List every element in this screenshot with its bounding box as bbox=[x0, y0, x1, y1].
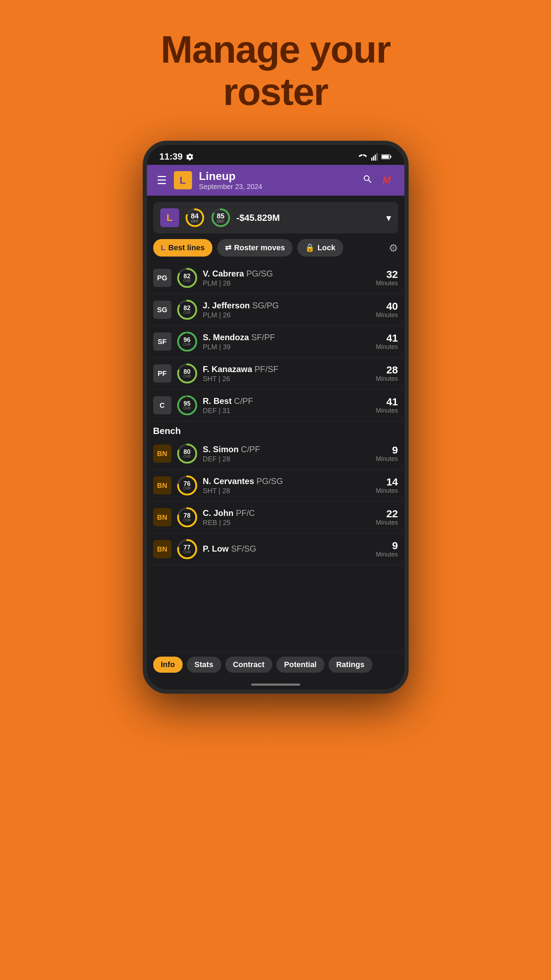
player-minutes: 22Minutes bbox=[376, 509, 398, 527]
ovr-circle: 78OVR bbox=[176, 506, 198, 528]
player-name: C. John PF/C bbox=[203, 508, 371, 518]
player-row[interactable]: SG 82OVRJ. Jefferson SG/PG PLM | 2640Min… bbox=[147, 294, 405, 326]
player-name: V. Cabrera PG/SG bbox=[203, 269, 371, 278]
player-info: S. Simon C/PF DEF | 28 bbox=[203, 444, 371, 463]
menu-icon[interactable]: ☰ bbox=[157, 173, 167, 187]
player-info: C. John PF/C REB | 25 bbox=[203, 508, 371, 527]
battery-icon bbox=[381, 153, 392, 161]
ovr-circle: 96OVR bbox=[176, 331, 198, 352]
tab-item-stats[interactable]: Stats bbox=[187, 657, 221, 673]
lineup-date: September 23, 2024 bbox=[199, 183, 356, 191]
player-list: PG 82OVRV. Cabrera PG/SG PLM | 2832Minut… bbox=[147, 262, 405, 651]
player-row[interactable]: PG 82OVRV. Cabrera PG/SG PLM | 2832Minut… bbox=[147, 262, 405, 294]
swap-icon: ⇄ bbox=[225, 243, 231, 252]
action-buttons: L Best lines ⇄ Roster moves 🔒 Lock ⚙ bbox=[147, 234, 405, 262]
ovr-circle: 80OVR bbox=[176, 363, 198, 384]
svg-rect-0 bbox=[371, 158, 372, 161]
app-bar-actions: M bbox=[362, 173, 395, 188]
player-info: V. Cabrera PG/SG PLM | 28 bbox=[203, 269, 371, 287]
player-row[interactable]: BN 80OVRS. Simon C/PF DEF | 289Minutes bbox=[147, 438, 405, 470]
ovr-circle: 82OVR bbox=[176, 299, 198, 321]
status-icons bbox=[358, 153, 392, 161]
position-badge: BN bbox=[153, 508, 171, 527]
status-bar: 11:39 bbox=[147, 145, 405, 165]
position-badge: BN bbox=[153, 444, 171, 463]
svg-rect-2 bbox=[375, 154, 376, 161]
def-rating-circle: 85 DEF bbox=[211, 208, 231, 228]
wifi-icon bbox=[358, 153, 367, 161]
settings-button[interactable]: ⚙ bbox=[389, 242, 398, 254]
phone-frame: 11:39 ☰ bbox=[143, 141, 409, 694]
ovr-circle: 80OVR bbox=[176, 443, 198, 465]
team-logo-small: L bbox=[160, 208, 179, 227]
expand-icon[interactable]: ▾ bbox=[386, 212, 391, 224]
player-info: R. Best C/PF DEF | 31 bbox=[203, 396, 371, 415]
player-name: N. Cervantes PG/SG bbox=[203, 476, 371, 486]
position-badge: PG bbox=[153, 269, 171, 287]
position-badge: SG bbox=[153, 301, 171, 319]
tab-item-contract[interactable]: Contract bbox=[225, 657, 272, 673]
clock: 11:39 bbox=[160, 151, 183, 162]
player-minutes: 41Minutes bbox=[376, 396, 398, 414]
player-row[interactable]: BN 76OVRN. Cervantes PG/SG SHT | 2814Min… bbox=[147, 470, 405, 501]
player-minutes: 28Minutes bbox=[376, 365, 398, 383]
player-minutes: 14Minutes bbox=[376, 477, 398, 495]
position-badge: C bbox=[153, 396, 171, 414]
def-rating-label: DEF bbox=[216, 220, 224, 223]
player-sub: PLM | 39 bbox=[203, 343, 371, 351]
player-minutes: 32Minutes bbox=[376, 269, 398, 287]
player-row[interactable]: C 95OVRR. Best C/PF DEF | 3141Minutes bbox=[147, 390, 405, 422]
svg-rect-5 bbox=[390, 156, 391, 158]
player-sub: PLM | 28 bbox=[203, 279, 371, 287]
tab-item-info[interactable]: Info bbox=[153, 657, 183, 673]
bench-header: Bench bbox=[147, 422, 405, 438]
player-minutes: 40Minutes bbox=[376, 301, 398, 319]
player-sub: PLM | 26 bbox=[203, 311, 371, 319]
player-sub: SHT | 26 bbox=[203, 375, 371, 383]
team-summary[interactable]: L 84 OFF 85 DEF bbox=[153, 202, 398, 234]
headline-line2: roster bbox=[160, 70, 390, 113]
svg-rect-6 bbox=[382, 155, 389, 158]
player-sub: DEF | 31 bbox=[203, 407, 371, 415]
position-badge: PF bbox=[153, 364, 171, 383]
off-rating-label: OFF bbox=[191, 220, 198, 223]
player-minutes: 9Minutes bbox=[376, 445, 398, 463]
tab-item-potential[interactable]: Potential bbox=[276, 657, 324, 673]
best-lines-button[interactable]: L Best lines bbox=[153, 239, 212, 256]
player-row[interactable]: PF 80OVRF. Kanazawa PF/SF SHT | 2628Minu… bbox=[147, 358, 405, 390]
search-button[interactable] bbox=[362, 174, 373, 187]
player-info: J. Jefferson SG/PG PLM | 26 bbox=[203, 301, 371, 319]
player-info: F. Kanazawa PF/SF SHT | 26 bbox=[203, 364, 371, 383]
player-name: J. Jefferson SG/PG bbox=[203, 301, 371, 310]
player-row[interactable]: BN 78OVRC. John PF/C REB | 2522Minutes bbox=[147, 501, 405, 533]
player-name: S. Simon C/PF bbox=[203, 444, 371, 454]
app-bar-title: Lineup September 23, 2024 bbox=[199, 170, 356, 191]
player-name: P. Low SF/SG bbox=[203, 544, 371, 554]
ovr-circle: 76OVR bbox=[176, 475, 198, 496]
off-rating-circle: 84 OFF bbox=[185, 208, 205, 228]
headline-line1: Manage your bbox=[160, 28, 390, 70]
roster-moves-label: Roster moves bbox=[234, 243, 285, 252]
home-indicator-bar bbox=[251, 684, 300, 686]
player-info: N. Cervantes PG/SG SHT | 28 bbox=[203, 476, 371, 495]
svg-rect-3 bbox=[376, 153, 378, 161]
roster-moves-button[interactable]: ⇄ Roster moves bbox=[217, 239, 293, 256]
player-name: R. Best C/PF bbox=[203, 396, 371, 406]
lock-label: Lock bbox=[317, 243, 335, 252]
main-content: L 84 OFF 85 DEF bbox=[147, 196, 405, 689]
player-minutes: 9Minutes bbox=[376, 540, 398, 558]
player-row[interactable]: SF 96OVRS. Mendoza SF/PF PLM | 3941Minut… bbox=[147, 326, 405, 358]
status-time: 11:39 bbox=[160, 151, 194, 162]
team-logo: L bbox=[174, 171, 192, 189]
tab-item-ratings[interactable]: Ratings bbox=[329, 657, 372, 673]
player-sub: SHT | 28 bbox=[203, 487, 371, 495]
player-info: S. Mendoza SF/PF PLM | 39 bbox=[203, 332, 371, 351]
lock-button[interactable]: 🔒 Lock bbox=[297, 239, 343, 256]
player-row[interactable]: BN 77OVRP. Low SF/SG 9Minutes bbox=[147, 533, 405, 565]
player-name: F. Kanazawa PF/SF bbox=[203, 364, 371, 374]
lineup-title: Lineup bbox=[199, 170, 356, 183]
def-rating-num: 85 bbox=[216, 212, 224, 220]
lock-icon: 🔒 bbox=[305, 243, 314, 252]
off-rating-num: 84 bbox=[191, 212, 198, 220]
team-budget: -$45.829M bbox=[237, 212, 381, 223]
